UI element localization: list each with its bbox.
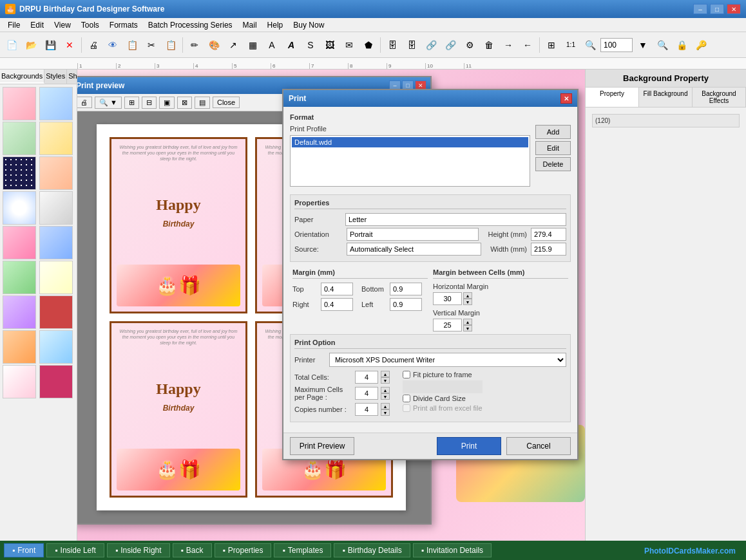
max-cells-input[interactable]: [355, 387, 378, 400]
total-cells-down[interactable]: ▼: [381, 377, 390, 384]
bottom-tab-front[interactable]: ▪ Front: [4, 543, 44, 557]
bg-thumbnail-11[interactable]: [3, 261, 36, 294]
menu-mail[interactable]: Mail: [238, 19, 262, 31]
total-cells-up[interactable]: ▲: [381, 371, 390, 377]
copies-down[interactable]: ▼: [381, 409, 390, 416]
cancel-button[interactable]: Cancel: [506, 437, 571, 455]
bg-thumbnail-10[interactable]: [39, 226, 73, 259]
bg-thumbnail-5[interactable]: [3, 156, 36, 190]
horiz-margin-down[interactable]: ▼: [463, 299, 472, 305]
height-value[interactable]: 279.4: [531, 228, 566, 241]
forward-button[interactable]: →: [499, 36, 517, 54]
settings-button[interactable]: ⚙: [461, 36, 479, 54]
preview-close-btn[interactable]: Close: [213, 97, 240, 108]
zoom-1to1-button[interactable]: 1:1: [562, 36, 580, 54]
bg-thumbnail-9[interactable]: [3, 226, 36, 259]
edit-profile-button[interactable]: Edit: [535, 141, 571, 155]
bottom-tab-inside-left[interactable]: ▪ Inside Left: [46, 543, 104, 557]
preview-view2-button[interactable]: ⊟: [142, 97, 157, 109]
draw-button[interactable]: ✏: [186, 36, 204, 54]
link2-button[interactable]: 🔗: [441, 36, 459, 54]
tab-backgrounds[interactable]: Backgrounds: [0, 70, 44, 84]
zoom-out-button[interactable]: 🔍: [653, 36, 671, 54]
menu-file[interactable]: File: [3, 19, 25, 31]
lock-button[interactable]: 🔒: [673, 36, 691, 54]
bg-thumbnail-12[interactable]: [39, 261, 73, 294]
vert-margin-up[interactable]: ▲: [463, 319, 472, 325]
menu-batch[interactable]: Batch Processing Series: [143, 19, 238, 31]
menu-edit[interactable]: Edit: [25, 19, 49, 31]
preview-print-button[interactable]: 🖨: [77, 97, 92, 108]
email-button[interactable]: ✉: [340, 36, 358, 54]
shape-button[interactable]: ⬟: [359, 36, 378, 54]
text-button[interactable]: A: [263, 36, 281, 54]
preview-view1-button[interactable]: ⊞: [124, 97, 139, 109]
bg-thumbnail-4[interactable]: [39, 122, 73, 155]
source-value[interactable]: Automatically Select: [347, 243, 481, 256]
preview-view4-button[interactable]: ⊠: [177, 97, 192, 109]
save-button[interactable]: 💾: [41, 36, 59, 54]
print-dialog-close-button[interactable]: ✕: [560, 93, 572, 104]
page-setup-button[interactable]: 📋: [123, 36, 141, 54]
image-button[interactable]: 🖼: [321, 36, 339, 54]
print-preview-button[interactable]: Print Preview: [290, 437, 354, 455]
bottom-tab-inside-right[interactable]: ▪ Inside Right: [107, 543, 170, 557]
bg-thumbnail-7[interactable]: [3, 191, 36, 225]
zoom-in-button[interactable]: 🔍: [581, 36, 599, 54]
max-cells-up[interactable]: ▲: [381, 387, 390, 393]
back-button[interactable]: ←: [519, 36, 537, 54]
signature-button[interactable]: S: [301, 36, 320, 54]
right-tab-property[interactable]: Property: [586, 88, 639, 107]
db-button[interactable]: 🗄: [383, 36, 401, 54]
bottom-tab-templates[interactable]: ▪ Templates: [274, 543, 331, 557]
bg-thumbnail-18[interactable]: [39, 365, 73, 398]
margin-left-input[interactable]: [390, 298, 422, 311]
orientation-value[interactable]: Portrait: [347, 228, 479, 241]
menu-formats[interactable]: Formats: [104, 19, 143, 31]
bottom-tab-properties[interactable]: ▪ Properties: [215, 543, 272, 557]
menu-view[interactable]: View: [49, 19, 76, 31]
paper-value[interactable]: Letter: [345, 213, 566, 226]
bg-thumbnail-2[interactable]: [39, 87, 73, 120]
fit-picture-checkbox[interactable]: [403, 371, 410, 378]
vert-margin-input[interactable]: [433, 319, 462, 331]
preview-view5-button[interactable]: ▤: [195, 97, 210, 109]
bg-thumbnail-17[interactable]: [3, 365, 36, 398]
trash-button[interactable]: 🗑: [480, 36, 498, 54]
copy-button[interactable]: 📋: [162, 36, 180, 54]
tab-shapes[interactable]: Shapes: [67, 70, 77, 84]
wordart-button[interactable]: A: [282, 36, 300, 54]
print-preview-tb-button[interactable]: 👁: [104, 36, 122, 54]
margin-bottom-input[interactable]: [390, 283, 422, 295]
bg-thumbnail-13[interactable]: [3, 295, 36, 329]
profile-item-default[interactable]: Default.wdd: [292, 137, 528, 147]
print-button[interactable]: 🖨: [84, 36, 102, 54]
close-button[interactable]: ✕: [727, 4, 741, 14]
minimize-button[interactable]: –: [693, 4, 707, 14]
margin-top-input[interactable]: [321, 283, 353, 295]
print-submit-button[interactable]: Print: [437, 437, 501, 455]
menu-tools[interactable]: Tools: [76, 19, 104, 31]
width-value[interactable]: 215.9: [531, 243, 566, 256]
tab-styles[interactable]: Styles: [44, 70, 67, 84]
bg-thumbnail-8[interactable]: [39, 191, 73, 225]
bg-thumbnail-16[interactable]: [39, 330, 73, 364]
new-button[interactable]: 📄: [3, 36, 21, 54]
divide-card-checkbox[interactable]: [403, 395, 410, 402]
cut-button[interactable]: ✂: [142, 36, 160, 54]
arrow-button[interactable]: ↗: [224, 36, 242, 54]
bg-thumbnail-6[interactable]: [39, 156, 73, 190]
maximize-button[interactable]: □: [710, 4, 724, 14]
color-button[interactable]: 🎨: [205, 36, 223, 54]
copies-up[interactable]: ▲: [381, 403, 390, 409]
bottom-tab-back[interactable]: ▪ Back: [173, 543, 212, 557]
horiz-margin-up[interactable]: ▲: [463, 292, 472, 299]
bg-thumbnail-14[interactable]: [39, 295, 73, 329]
key-button[interactable]: 🔑: [692, 36, 710, 54]
menu-buynow[interactable]: Buy Now: [288, 19, 329, 31]
delete-button[interactable]: ✕: [61, 36, 79, 54]
bg-thumbnail-3[interactable]: [3, 122, 36, 155]
link-button[interactable]: 🔗: [422, 36, 440, 54]
print-excel-checkbox[interactable]: [403, 404, 410, 412]
preview-view3-button[interactable]: ▣: [159, 97, 175, 109]
